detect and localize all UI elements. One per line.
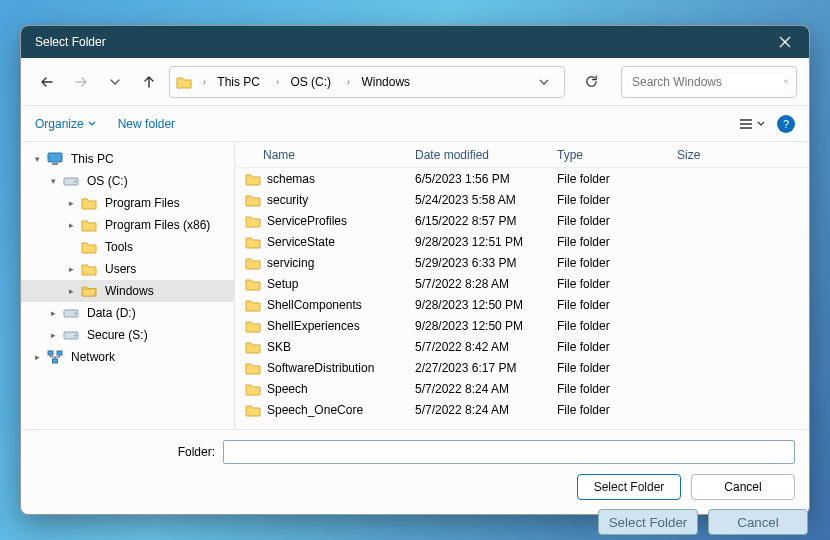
tree-label: Secure (S:)	[87, 328, 148, 342]
tree-label: OS (C:)	[87, 174, 128, 188]
tree-item-network[interactable]: ▸Network	[21, 346, 234, 368]
tree-item-this-pc[interactable]: ▾This PC	[21, 148, 234, 170]
file-date: 5/7/2022 8:24 AM	[405, 382, 547, 396]
address-dropdown[interactable]	[530, 68, 558, 96]
file-list[interactable]: schemas6/5/2023 1:56 PMFile foldersecuri…	[235, 168, 809, 429]
file-name: Setup	[267, 277, 298, 291]
file-date: 5/7/2022 8:24 AM	[405, 403, 547, 417]
col-name[interactable]: Name	[235, 148, 405, 162]
search-icon	[784, 75, 788, 88]
recent-button[interactable]	[101, 68, 129, 96]
file-type: File folder	[547, 298, 667, 312]
refresh-icon	[584, 74, 599, 89]
file-type: File folder	[547, 193, 667, 207]
file-row[interactable]: schemas6/5/2023 1:56 PMFile folder	[235, 168, 809, 189]
address-bar[interactable]: › This PC › OS (C:) › Windows	[169, 66, 565, 98]
select-folder-button[interactable]: Select Folder	[577, 474, 681, 500]
breadcrumb-seg-0[interactable]: › This PC	[198, 73, 265, 91]
file-row[interactable]: Setup5/7/2022 8:28 AMFile folder	[235, 273, 809, 294]
file-type: File folder	[547, 277, 667, 291]
col-size[interactable]: Size	[667, 148, 727, 162]
file-date: 6/5/2023 1:56 PM	[405, 172, 547, 186]
tree-item-secure-s-[interactable]: ▸Secure (S:)	[21, 324, 234, 346]
tree-label: Windows	[105, 284, 154, 298]
file-row[interactable]: ServiceProfiles6/15/2022 8:57 PMFile fol…	[235, 210, 809, 231]
file-name: schemas	[267, 172, 315, 186]
svg-rect-11	[53, 359, 58, 363]
tree-item-users[interactable]: ▸Users	[21, 258, 234, 280]
breadcrumb-seg-2[interactable]: › Windows	[342, 73, 415, 91]
file-name: ServiceProfiles	[267, 214, 347, 228]
close-button[interactable]	[771, 28, 799, 56]
file-date: 9/28/2023 12:51 PM	[405, 235, 547, 249]
col-type[interactable]: Type	[547, 148, 667, 162]
up-button[interactable]	[135, 68, 163, 96]
tree-item-os-c-[interactable]: ▾OS (C:)	[21, 170, 234, 192]
file-date: 6/15/2022 8:57 PM	[405, 214, 547, 228]
file-date: 5/24/2023 5:58 AM	[405, 193, 547, 207]
file-row[interactable]: SoftwareDistribution2/27/2023 6:17 PMFil…	[235, 357, 809, 378]
breadcrumb-seg-1[interactable]: › OS (C:)	[271, 73, 336, 91]
tree-label: Program Files (x86)	[105, 218, 210, 232]
file-type: File folder	[547, 340, 667, 354]
file-type: File folder	[547, 214, 667, 228]
file-type: File folder	[547, 319, 667, 333]
search-box[interactable]	[621, 66, 797, 98]
file-row[interactable]: ShellExperiences9/28/2023 12:50 PMFile f…	[235, 315, 809, 336]
command-bar: Organize New folder ?	[21, 106, 809, 142]
shadow-buttons: Select Folder Cancel	[598, 509, 808, 535]
file-name: ShellExperiences	[267, 319, 360, 333]
file-name: SKB	[267, 340, 291, 354]
column-headers[interactable]: Name Date modified Type Size	[235, 142, 809, 168]
forward-button[interactable]	[67, 68, 95, 96]
file-type: File folder	[547, 256, 667, 270]
organize-menu[interactable]: Organize	[35, 117, 96, 131]
search-input[interactable]	[630, 74, 784, 90]
chevron-down-icon	[110, 77, 120, 87]
svg-point-0	[784, 80, 786, 82]
file-date: 9/28/2023 12:50 PM	[405, 319, 547, 333]
chevron-down-icon	[539, 77, 549, 87]
file-row[interactable]: ServiceState9/28/2023 12:51 PMFile folde…	[235, 231, 809, 252]
file-row[interactable]: Speech5/7/2022 8:24 AMFile folder	[235, 378, 809, 399]
file-name: Speech	[267, 382, 308, 396]
file-row[interactable]: Speech_OneCore5/7/2022 8:24 AMFile folde…	[235, 399, 809, 420]
file-date: 5/29/2023 6:33 PM	[405, 256, 547, 270]
tree-item-program-files-x86-[interactable]: ▸Program Files (x86)	[21, 214, 234, 236]
back-button[interactable]	[33, 68, 61, 96]
file-type: File folder	[547, 403, 667, 417]
window-title: Select Folder	[35, 35, 106, 49]
nav-tree[interactable]: ▾This PC▾OS (C:)▸Program Files▸Program F…	[21, 142, 235, 429]
file-name: ServiceState	[267, 235, 335, 249]
new-folder-button[interactable]: New folder	[118, 117, 175, 131]
svg-point-4	[75, 181, 77, 183]
file-name: ShellComponents	[267, 298, 362, 312]
view-menu[interactable]	[739, 117, 765, 131]
tree-item-program-files[interactable]: ▸Program Files	[21, 192, 234, 214]
col-date[interactable]: Date modified	[405, 148, 547, 162]
tree-label: Program Files	[105, 196, 180, 210]
file-name: servicing	[267, 256, 314, 270]
caret-down-icon	[88, 120, 96, 128]
svg-rect-10	[57, 351, 62, 355]
arrow-left-icon	[40, 75, 54, 89]
tree-item-data-d-[interactable]: ▸Data (D:)	[21, 302, 234, 324]
title-bar[interactable]: Select Folder	[21, 26, 809, 58]
svg-rect-2	[52, 163, 58, 165]
svg-point-8	[75, 335, 77, 337]
file-type: File folder	[547, 235, 667, 249]
help-button[interactable]: ?	[777, 115, 795, 133]
file-row[interactable]: SKB5/7/2022 8:42 AMFile folder	[235, 336, 809, 357]
folder-input[interactable]	[223, 440, 795, 464]
file-row[interactable]: ShellComponents9/28/2023 12:50 PMFile fo…	[235, 294, 809, 315]
cancel-button[interactable]: Cancel	[691, 474, 795, 500]
svg-point-6	[75, 313, 77, 315]
refresh-button[interactable]	[575, 66, 607, 98]
svg-rect-9	[48, 351, 53, 355]
file-row[interactable]: servicing5/29/2023 6:33 PMFile folder	[235, 252, 809, 273]
nav-row: › This PC › OS (C:) › Windows	[21, 58, 809, 106]
tree-item-windows[interactable]: ▸Windows	[21, 280, 234, 302]
file-row[interactable]: security5/24/2023 5:58 AMFile folder	[235, 189, 809, 210]
tree-item-tools[interactable]: Tools	[21, 236, 234, 258]
file-type: File folder	[547, 382, 667, 396]
